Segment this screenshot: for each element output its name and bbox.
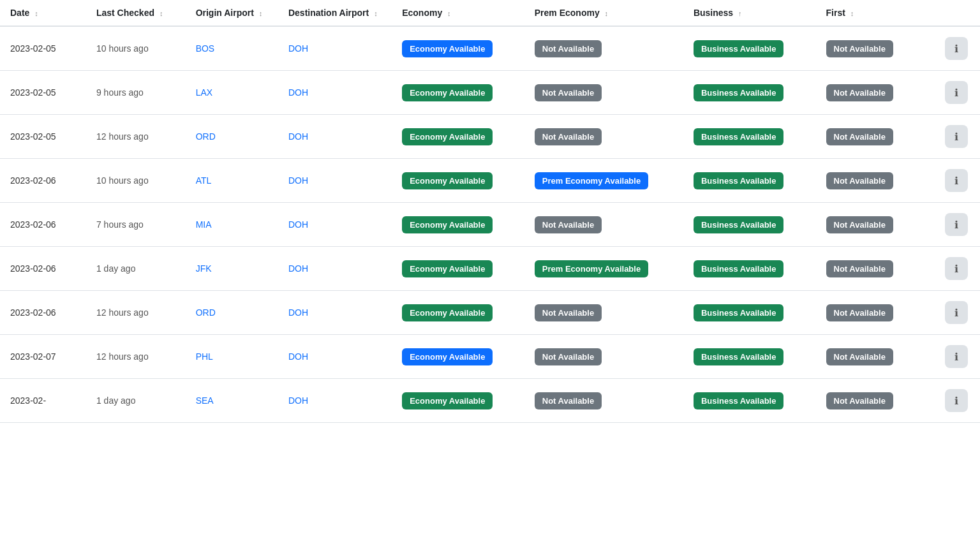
flights-table: Date ↕ Last Checked ↕ Origin Airport ↕ D… xyxy=(0,0,980,423)
col-header-first[interactable]: First ↕ xyxy=(816,0,935,26)
info-button[interactable]: ℹ xyxy=(945,257,968,280)
col-header-economy[interactable]: Economy ↕ xyxy=(392,0,524,26)
cell-origin-airport: ATL xyxy=(186,159,278,203)
cell-first: Not Available xyxy=(816,26,935,71)
dest-airport-link[interactable]: DOH xyxy=(288,87,308,98)
cell-economy: Economy Available xyxy=(392,203,524,247)
cell-action: ℹ xyxy=(935,26,980,71)
cell-date: 2023-02-06 xyxy=(0,247,86,291)
cell-date: 2023-02-05 xyxy=(0,26,86,71)
first-badge: Not Available xyxy=(826,348,893,365)
cell-action: ℹ xyxy=(935,291,980,335)
origin-airport-link[interactable]: MIA xyxy=(196,219,212,230)
info-button[interactable]: ℹ xyxy=(945,125,968,148)
economy-badge: Economy Available xyxy=(402,348,493,365)
economy-badge: Economy Available xyxy=(402,40,493,57)
cell-business: Business Available xyxy=(683,335,816,379)
table-row: 2023-02-06 7 hours ago MIA DOH Economy A… xyxy=(0,203,980,247)
cell-first: Not Available xyxy=(816,335,935,379)
col-checked-sort-icon: ↕ xyxy=(160,10,163,17)
cell-origin-airport: SEA xyxy=(186,379,278,423)
col-header-destination-airport[interactable]: Destination Airport ↕ xyxy=(278,0,392,26)
prem-economy-badge: Not Available xyxy=(535,304,602,321)
cell-origin-airport: BOS xyxy=(186,26,278,71)
cell-dest-airport: DOH xyxy=(278,379,392,423)
origin-airport-link[interactable]: ORD xyxy=(196,307,216,318)
cell-first: Not Available xyxy=(816,159,935,203)
col-header-prem-economy[interactable]: Prem Economy ↕ xyxy=(524,0,683,26)
prem-economy-badge: Prem Economy Available xyxy=(535,172,648,189)
col-dest-sort-icon: ↕ xyxy=(374,10,378,17)
info-button[interactable]: ℹ xyxy=(945,81,968,104)
info-button[interactable]: ℹ xyxy=(945,389,968,412)
origin-airport-link[interactable]: BOS xyxy=(196,43,215,54)
prem-economy-badge: Not Available xyxy=(535,216,602,233)
origin-airport-link[interactable]: ATL xyxy=(196,175,212,186)
col-header-action xyxy=(935,0,980,26)
info-button[interactable]: ℹ xyxy=(945,345,968,368)
cell-date: 2023-02-06 xyxy=(0,291,86,335)
col-dest-label: Destination Airport xyxy=(288,8,369,18)
col-checked-label: Last Checked xyxy=(96,8,154,18)
col-header-origin-airport[interactable]: Origin Airport ↕ xyxy=(186,0,278,26)
origin-airport-link[interactable]: SEA xyxy=(196,395,214,406)
cell-last-checked: 9 hours ago xyxy=(86,71,186,115)
economy-badge: Economy Available xyxy=(402,392,493,409)
origin-airport-link[interactable]: LAX xyxy=(196,87,212,98)
cell-dest-airport: DOH xyxy=(278,71,392,115)
col-business-sort-icon: ↑ xyxy=(738,10,742,17)
dest-airport-link[interactable]: DOH xyxy=(288,307,308,318)
dest-airport-link[interactable]: DOH xyxy=(288,43,308,54)
info-button[interactable]: ℹ xyxy=(945,169,968,192)
cell-dest-airport: DOH xyxy=(278,247,392,291)
col-header-date[interactable]: Date ↕ xyxy=(0,0,86,26)
cell-economy: Economy Available xyxy=(392,247,524,291)
info-button[interactable]: ℹ xyxy=(945,213,968,236)
cell-economy: Economy Available xyxy=(392,26,524,71)
business-badge: Business Available xyxy=(694,348,784,365)
cell-first: Not Available xyxy=(816,71,935,115)
origin-airport-link[interactable]: PHL xyxy=(196,351,213,362)
cell-action: ℹ xyxy=(935,71,980,115)
cell-prem-economy: Prem Economy Available xyxy=(524,159,683,203)
cell-business: Business Available xyxy=(683,203,816,247)
cell-last-checked: 12 hours ago xyxy=(86,291,186,335)
dest-airport-link[interactable]: DOH xyxy=(288,175,308,186)
dest-airport-link[interactable]: DOH xyxy=(288,395,308,406)
cell-prem-economy: Not Available xyxy=(524,26,683,71)
prem-economy-badge: Not Available xyxy=(535,392,602,409)
first-badge: Not Available xyxy=(826,84,893,101)
dest-airport-link[interactable]: DOH xyxy=(288,351,308,362)
cell-dest-airport: DOH xyxy=(278,335,392,379)
cell-date: 2023-02-05 xyxy=(0,71,86,115)
table-row: 2023-02-05 10 hours ago BOS DOH Economy … xyxy=(0,26,980,71)
cell-first: Not Available xyxy=(816,379,935,423)
cell-first: Not Available xyxy=(816,247,935,291)
business-badge: Business Available xyxy=(694,304,784,321)
dest-airport-link[interactable]: DOH xyxy=(288,219,308,230)
cell-last-checked: 7 hours ago xyxy=(86,203,186,247)
cell-origin-airport: ORD xyxy=(186,291,278,335)
cell-economy: Economy Available xyxy=(392,115,524,159)
dest-airport-link[interactable]: DOH xyxy=(288,131,308,142)
origin-airport-link[interactable]: JFK xyxy=(196,263,212,274)
economy-badge: Economy Available xyxy=(402,216,493,233)
col-header-business[interactable]: Business ↑ xyxy=(683,0,816,26)
info-button[interactable]: ℹ xyxy=(945,37,968,60)
cell-action: ℹ xyxy=(935,115,980,159)
cell-economy: Economy Available xyxy=(392,71,524,115)
cell-economy: Economy Available xyxy=(392,379,524,423)
cell-action: ℹ xyxy=(935,379,980,423)
info-button[interactable]: ℹ xyxy=(945,301,968,324)
cell-origin-airport: JFK xyxy=(186,247,278,291)
cell-business: Business Available xyxy=(683,379,816,423)
cell-dest-airport: DOH xyxy=(278,203,392,247)
origin-airport-link[interactable]: ORD xyxy=(196,131,216,142)
cell-action: ℹ xyxy=(935,159,980,203)
prem-economy-badge: Not Available xyxy=(535,128,602,145)
dest-airport-link[interactable]: DOH xyxy=(288,263,308,274)
col-header-last-checked[interactable]: Last Checked ↕ xyxy=(86,0,186,26)
economy-badge: Economy Available xyxy=(402,260,493,277)
business-badge: Business Available xyxy=(694,260,784,277)
cell-last-checked: 10 hours ago xyxy=(86,26,186,71)
